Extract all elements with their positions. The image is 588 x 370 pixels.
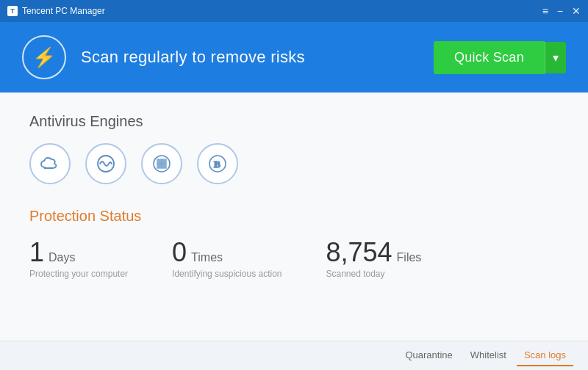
protection-section: Protection Status 1 Days Protecting your… xyxy=(29,208,559,279)
stat-times-unit: Times xyxy=(191,251,223,264)
stat-files-number: 8,754 xyxy=(326,239,392,266)
title-bar-left: T Tencent PC Manager xyxy=(7,6,105,16)
window-controls: ≡ − ✕ xyxy=(542,6,581,16)
svg-text:B: B xyxy=(214,159,220,170)
stat-days-desc: Protecting your computer xyxy=(29,269,128,279)
scan-logs-link[interactable]: Scan logs xyxy=(517,345,573,366)
bitdefender-engine-icon: B xyxy=(197,143,238,184)
stat-files-desc: Scanned today xyxy=(326,269,421,279)
close-icon[interactable]: ✕ xyxy=(572,6,581,16)
stat-files-unit: Files xyxy=(397,251,422,264)
protection-title: Protection Status xyxy=(29,208,559,225)
stat-times-number: 0 xyxy=(172,239,187,266)
banner-text: Scan regularly to remove risks xyxy=(81,48,419,67)
antivirus-title: Antivirus Engines xyxy=(29,113,559,130)
svg-rect-5 xyxy=(162,164,167,169)
quick-scan-button[interactable]: Quick Scan xyxy=(434,41,545,74)
app-title: Tencent PC Manager xyxy=(22,6,105,16)
bottom-bar: Quarantine Whitelist Scan logs xyxy=(0,341,588,370)
stat-times: 0 Times Identifying suspicious action xyxy=(172,239,282,279)
stat-files: 8,754 Files Scanned today xyxy=(326,239,421,279)
quick-scan-dropdown-button[interactable]: ▾ xyxy=(545,42,566,73)
lightning-icon: ⚡ xyxy=(32,48,56,67)
cloud-engine-icon xyxy=(29,143,71,184)
whitelist-link[interactable]: Whitelist xyxy=(463,345,514,366)
svg-rect-4 xyxy=(157,164,162,169)
stat-days: 1 Days Protecting your computer xyxy=(29,239,128,279)
antivirus-section: Antivirus Engines xyxy=(29,113,559,184)
stat-days-unit: Days xyxy=(49,251,75,264)
stat-days-number: 1 xyxy=(29,239,44,266)
quick-scan-wrapper: Quick Scan ▾ xyxy=(434,41,566,74)
svg-rect-3 xyxy=(162,159,167,164)
header-banner: ⚡ Scan regularly to remove risks Quick S… xyxy=(0,22,588,92)
title-bar: T Tencent PC Manager ≡ − ✕ xyxy=(0,0,588,22)
minimize-icon[interactable]: − xyxy=(557,6,563,16)
app-logo: T xyxy=(7,6,18,16)
windows-engine-icon xyxy=(141,143,182,184)
menu-icon[interactable]: ≡ xyxy=(542,6,548,16)
avast-engine-icon xyxy=(85,143,126,184)
svg-rect-2 xyxy=(157,159,162,164)
stat-times-desc: Identifying suspicious action xyxy=(172,269,282,279)
lightning-circle: ⚡ xyxy=(22,35,66,79)
stats-row: 1 Days Protecting your computer 0 Times … xyxy=(29,239,559,279)
engines-row: B xyxy=(29,143,559,184)
main-content: Antivirus Engines xyxy=(0,92,588,341)
quarantine-link[interactable]: Quarantine xyxy=(398,345,459,366)
